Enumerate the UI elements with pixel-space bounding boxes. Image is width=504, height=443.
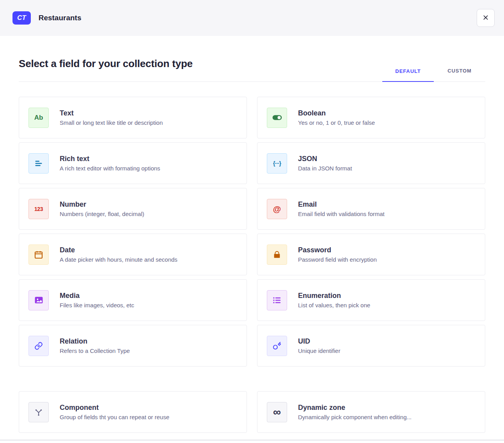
toggle-icon [267,108,287,128]
field-description: Group of fields tht you can repeat or re… [60,414,169,420]
field-description: Yes or no, 1 or 0, true or false [298,119,375,126]
field-grid-default: AbTextSmall or long text like title or d… [19,97,485,367]
field-title: Date [60,246,177,254]
123-icon: 123 [28,199,49,219]
field-title: Component [60,404,169,412]
field-card-text: MediaFiles like images, videos, etc [60,292,134,308]
field-description: Data in JSON format [298,165,352,172]
field-card-text: Rich textA rich text editor with formati… [60,155,160,172]
braces-icon: {···} [267,153,287,174]
field-card-enumeration[interactable]: EnumerationList of values, then pick one [257,279,485,321]
bullet-list-icon [267,290,287,310]
field-card-json[interactable]: {···}JSONData in JSON format [257,142,485,184]
field-card-text: TextSmall or long text like title or des… [60,109,163,126]
field-description: A rich text editor with formating option… [60,165,160,172]
branch-icon [28,402,49,422]
calendar-icon [28,245,49,265]
field-title: Number [60,200,144,209]
field-description: Unique identifier [298,347,340,354]
field-card-boolean[interactable]: BooleanYes or no, 1 or 0, true or false [257,97,485,138]
title-row: Select a field for your collection type … [19,58,485,82]
field-card-uid[interactable]: UIDUnique identifier [257,325,485,367]
field-title: Enumeration [298,292,370,300]
field-description: Password field with encryption [298,256,377,263]
lock-icon [267,245,287,265]
field-card-text: UIDUnique identifier [298,337,340,354]
field-card-relation[interactable]: RelationRefers to a Collection Type [19,325,247,367]
field-card-text: Dynamic zoneDynamically pick component w… [298,404,412,420]
field-title: JSON [298,155,352,163]
field-title: UID [298,337,340,346]
field-title: Rich text [60,155,160,163]
tab-bar: DEFAULTCUSTOM [382,62,485,82]
picture-icon [28,290,49,310]
modal-header-left: CT Restaurants [12,11,82,25]
field-card-date[interactable]: DateA date picker with hours, minute and… [19,234,247,275]
field-title: Boolean [298,109,375,117]
field-description: Refers to a Collection Type [60,347,130,354]
field-description: List of values, then pick one [298,302,370,308]
close-button[interactable] [477,9,495,27]
ab-icon: Ab [28,108,49,128]
field-description: Files like images, videos, etc [60,302,134,308]
field-card-text: NumberNumbers (integer, float, decimal) [60,200,144,217]
page-title: Select a field for your collection type [19,58,193,82]
field-description: Email field with validations format [298,211,385,217]
field-card-text: JSONData in JSON format [298,155,352,172]
field-card-dynamiczone[interactable]: ∞Dynamic zoneDynamically pick component … [257,391,485,433]
field-card-password[interactable]: PasswordPassword field with encryption [257,234,485,275]
field-card-media[interactable]: MediaFiles like images, videos, etc [19,279,247,321]
field-grid-advanced: ComponentGroup of fields tht you can rep… [19,391,485,433]
field-title: Dynamic zone [298,404,412,412]
field-card-text: EnumerationList of values, then pick one [298,292,370,308]
key-icon [267,336,287,356]
field-card-richtext[interactable]: Rich textA rich text editor with formati… [19,142,247,184]
field-description: Small or long text like title or descrip… [60,119,163,126]
field-card-email[interactable]: @EmailEmail field with validations forma… [257,188,485,230]
modal-header: CT Restaurants [0,0,504,36]
field-title: Email [298,200,385,209]
close-icon [483,14,489,22]
at-icon: @ [267,199,287,219]
align-left-icon [28,153,49,174]
field-card-text: ComponentGroup of fields tht you can rep… [60,404,169,420]
footer-divider [0,440,504,440]
field-title: Media [60,292,134,300]
field-description: A date picker with hours, minute and sec… [60,256,177,263]
field-title: Text [60,109,163,117]
modal-title: Restaurants [39,14,82,22]
link-icon [28,336,49,356]
field-card-text: RelationRefers to a Collection Type [60,337,130,354]
field-card-component[interactable]: ComponentGroup of fields tht you can rep… [19,391,247,433]
field-description: Dynamically pick component when editing.… [298,414,412,420]
field-title: Password [298,246,377,254]
modal-body: Select a field for your collection type … [0,58,504,433]
tab-custom[interactable]: CUSTOM [434,62,485,82]
tab-default[interactable]: DEFAULT [382,62,434,82]
content-type-badge: CT [12,11,31,25]
field-card-number[interactable]: 123NumberNumbers (integer, float, decima… [19,188,247,230]
field-description: Numbers (integer, float, decimal) [60,211,144,217]
field-card-text[interactable]: AbTextSmall or long text like title or d… [19,97,247,138]
field-card-text: BooleanYes or no, 1 or 0, true or false [298,109,375,126]
field-card-text: EmailEmail field with validations format [298,200,385,217]
field-title: Relation [60,337,130,346]
field-card-text: PasswordPassword field with encryption [298,246,377,263]
infinity-icon: ∞ [267,402,287,422]
field-card-text: DateA date picker with hours, minute and… [60,246,177,263]
